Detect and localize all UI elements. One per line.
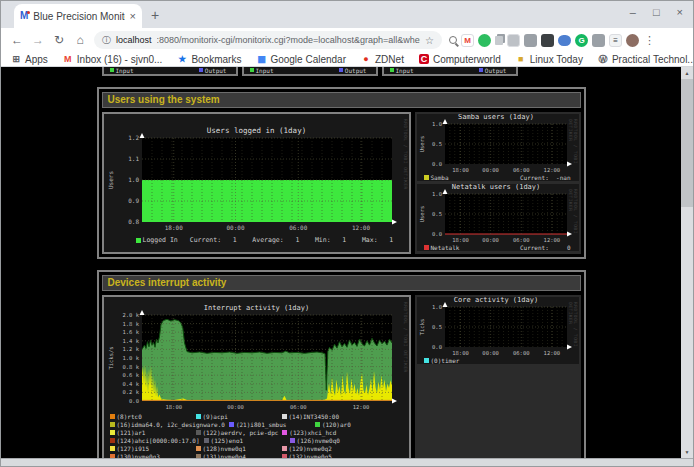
legend-item: Netatalk [424, 244, 460, 251]
tab-close-icon[interactable]: × [130, 10, 136, 22]
legend-swatch [282, 430, 287, 435]
bookmark-google-calendar[interactable]: ▦ Google Calendar [256, 54, 346, 65]
legend-label: (122)aerdrv, pcie-dpc [203, 429, 279, 436]
bookmark-icon: ▦ [256, 54, 266, 64]
core-activity-graph[interactable]: 1.00.50.018:0000:0006:0012:00Core activi… [417, 297, 575, 357]
legend-item: (21)i801_smbus [229, 421, 311, 428]
dark-square-icon[interactable] [541, 34, 554, 47]
users-logged-in-graph[interactable]: 1.21.11.00.90.818:0000:0006:0012:00Users… [106, 116, 407, 234]
section-users-header: Users using the system [102, 92, 581, 108]
home-button[interactable]: ⌂ [73, 33, 87, 47]
svg-text:Core activity (1day): Core activity (1day) [453, 297, 537, 304]
bookmark-practical-technology[interactable]: Ⓦ Practical Technol... [598, 54, 694, 65]
legend-label: (14)INT3450:00 [289, 413, 340, 420]
network-graph-panel[interactable]: Input Output [382, 67, 518, 76]
site-info-icon[interactable]: ⓘ [102, 34, 111, 47]
legend-swatch [196, 430, 201, 435]
svg-text:1.2 k: 1.2 k [122, 346, 139, 352]
legend-item: (0)timer [424, 357, 460, 364]
pocket-icon[interactable] [558, 35, 571, 46]
section-users: Users using the system 1.21.11.00.90.818… [97, 87, 586, 259]
svg-text:00:00: 00:00 [227, 404, 244, 410]
samba-users-graph[interactable]: 1.00.50.018:0000:0006:0012:00Samba users… [417, 114, 575, 174]
search-icon[interactable] [449, 36, 457, 44]
profile-avatar[interactable] [626, 34, 639, 47]
reload-button[interactable]: ↻ [52, 33, 66, 47]
back-button[interactable]: ← [10, 33, 24, 47]
legend-label: Netatalk [431, 244, 460, 251]
network-graph-panel[interactable]: Input Output [242, 67, 378, 76]
copy-icon[interactable] [495, 36, 503, 45]
grammarly-icon[interactable]: G [575, 34, 588, 47]
netatalk-users-graph[interactable]: 1.00.50.018:0000:0006:0012:00Netatalk us… [417, 184, 575, 244]
svg-text:18:00: 18:00 [452, 350, 469, 356]
bookmark-gmail-inbox[interactable]: M Inbox (16) - sjvn0... [63, 54, 163, 65]
interrupt-activity-graph[interactable]: 2.0 k1.8 k1.6 k1.4 k1.2 k1.0 k0.8 k0.6 k… [106, 299, 407, 411]
svg-text:0.8 k: 0.8 k [122, 364, 139, 370]
section-users-row: 1.21.11.00.90.818:0000:0006:0012:00Users… [102, 112, 581, 254]
close-button[interactable]: × [677, 6, 683, 18]
window-controls: – □ × [630, 6, 683, 18]
legend-label: (128)nvme0q1 [203, 445, 246, 452]
interrupts-side-panel: 1.00.50.018:0000:0006:0012:00Core activi… [415, 295, 581, 458]
users-graph-legend: Logged In Current: 1 Average: 1 Min: 1 M… [106, 234, 407, 244]
tampermonkey-icon[interactable]: ≡ [609, 34, 622, 47]
minimize-button[interactable]: – [630, 6, 636, 18]
bookmark-apps[interactable]: ⊞ Apps [11, 54, 48, 65]
maximize-button[interactable]: □ [653, 6, 660, 18]
scrollbar-thumb[interactable] [681, 79, 693, 207]
core-graph-legend: (0)timer [417, 357, 579, 364]
scrollbar-up-arrow[interactable]: ▲ [685, 67, 690, 79]
legend-label: (127)i915 [117, 445, 150, 452]
gmail-icon[interactable]: M [461, 34, 474, 47]
legend-swatch [110, 414, 115, 419]
svg-text:1.8 k: 1.8 k [122, 321, 139, 327]
bookmark-computerworld[interactable]: C Computerworld [419, 54, 501, 65]
bookmark-label: Inbox (16) - sjvn0... [77, 54, 163, 65]
svg-text:0.5: 0.5 [432, 141, 442, 147]
legend-item: (126)nvme0q0 [290, 437, 372, 444]
svg-text:00:00: 00:00 [226, 224, 244, 231]
extensions-puzzle-icon[interactable] [592, 34, 605, 47]
interrupt-activity-panel: 2.0 k1.8 k1.6 k1.4 k1.2 k1.0 k0.8 k0.6 k… [102, 295, 411, 458]
input-legend-label: Input [396, 67, 414, 74]
section-interrupts-row: 2.0 k1.8 k1.6 k1.4 k1.2 k1.0 k0.8 k0.6 k… [102, 295, 581, 458]
address-bar[interactable]: ⓘ localhost :8080/monitorix-cgi/monitori… [94, 31, 442, 49]
extension-icons: M G ≡ ⋮ [449, 34, 656, 47]
samba-users-panel: 1.00.50.018:0000:0006:0012:00Samba users… [417, 114, 579, 181]
bookmark-bookmarks[interactable]: ★ Bookmarks [177, 54, 241, 65]
page-viewport: Input Output Input Output Input Output U… [1, 67, 693, 458]
svg-text:18:00: 18:00 [452, 167, 469, 173]
legend-item: (125)eno1 [204, 437, 286, 444]
menu-icon[interactable]: ⋮ [643, 34, 656, 47]
evernote-icon[interactable] [478, 34, 491, 47]
url-path: :8080/monitorix-cgi/monitorix.cgi?mode=l… [157, 35, 421, 45]
legend-item: Samba [424, 174, 449, 181]
network-graph-panel[interactable]: Input Output [102, 67, 238, 76]
legend-item: (8)rtc0 [110, 413, 192, 420]
bookmark-linux-today[interactable]: ■ Linux Today [516, 54, 583, 65]
bookmark-star-icon[interactable]: ☆ [425, 35, 434, 46]
new-tab-button[interactable]: + [151, 7, 159, 23]
svg-text:1.0 k: 1.0 k [122, 355, 139, 361]
bookmark-icon: ★ [177, 54, 187, 64]
input-legend-swatch [110, 68, 114, 72]
scrollbar-down-arrow[interactable]: ▼ [685, 446, 690, 458]
cast-icon[interactable] [524, 34, 537, 47]
screenshot-icon[interactable] [507, 34, 520, 47]
svg-text:Users: Users [419, 136, 425, 153]
legend-item: (127)i915 [110, 445, 192, 452]
browser-tab[interactable]: M Blue Precision Monitorix × [14, 4, 142, 28]
legend-swatch [229, 422, 234, 427]
bookmark-zdnet[interactable]: ● ZDNet [361, 54, 404, 65]
legend-item: (9)acpi [196, 413, 278, 420]
users-side-panel: 1.00.50.018:0000:0006:0012:00Samba users… [415, 112, 581, 254]
samba-graph-legend: Samba Current: -nan [417, 174, 579, 181]
page-scrollbar[interactable]: ▲ ▼ [681, 67, 693, 458]
forward-button[interactable]: → [31, 33, 45, 47]
output-legend-swatch [199, 68, 203, 72]
legend-label: (0)timer [431, 357, 460, 364]
legend-item: (131)nvme0q4 [196, 453, 278, 458]
users-graph-stats: Current: 1 Average: 1 Min: 1 Max: 1 [190, 236, 394, 244]
legend-swatch [424, 358, 429, 363]
